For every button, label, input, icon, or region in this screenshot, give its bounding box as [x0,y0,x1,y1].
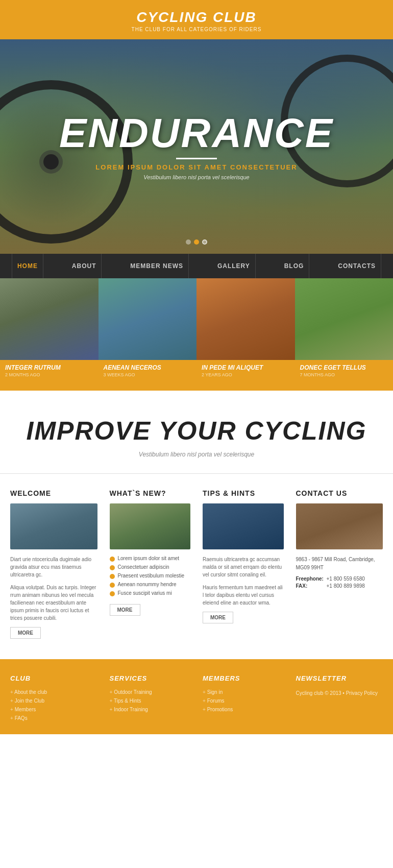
nav-item-gallery[interactable]: GALLERY [212,254,256,278]
gallery-title-3: IN PEDE MI ALIQUET [202,364,290,371]
footer-club-col: CLUB About the club Join the Club Member… [10,674,104,724]
hero-dot-2[interactable] [194,239,199,245]
welcome-title: WELCOME [10,489,97,497]
gallery-date-3: 2 YEARS AGO [202,372,290,377]
footer-members-link-2[interactable]: Forums [203,698,284,704]
tips-text-1: Raemuis ultricaretra gc accumsan malda o… [203,556,284,578]
hero-section: ENDURANCE LOREM IPSUM DOLOR SIT AMET CON… [0,39,393,254]
contact-freephone-row: Freephone: +1 800 559 6580 [296,576,383,582]
footer-members-link-3[interactable]: Promotions [203,707,284,712]
welcome-text-2: Aliqua volutpat. Duis ac turpis. Integer… [10,584,97,622]
site-title: CYCLING CLUB [0,9,393,26]
gallery-date-1: 2 MONTHS AGO [5,372,93,377]
freephone-label: Freephone: [296,576,327,582]
contact-section: CONTACT US 9863 - 9867 Mill Road, Cambri… [290,489,383,639]
whatsnew-more-button[interactable]: MORE [110,604,140,616]
whatsnew-list: Lorem ipsum dolor sit amet Consectetuer … [110,556,191,596]
gallery-grid: INTEGER RUTRUM 2 MONTHS AGO AENEAN NECER… [0,278,393,391]
hero-pagination [186,239,207,245]
improve-section: IMPROVE YOUR CYCLING Vestibulum libero n… [0,391,393,474]
footer-members-title: MEMBERS [203,674,284,682]
welcome-image [10,503,97,549]
gallery-item-1[interactable]: INTEGER RUTRUM 2 MONTHS AGO [0,278,99,391]
footer-services-link-3[interactable]: Indoor Training [110,707,191,712]
gallery-item-4[interactable]: DONEC EGET TELLUS 7 MONTHS AGO [295,278,394,391]
list-item-4: Aenean nonummy hendre [110,582,191,588]
contact-fax-row: FAX: +1 800 889 9898 [296,583,383,589]
list-item-5: Fusce suscipit varius mi [110,590,191,596]
list-text-3: Praesent vestibulum molestie [118,573,185,578]
fax-value: +1 800 889 9898 [327,583,365,589]
list-dot-3 [110,574,115,579]
gallery-title-2: AENEAN NECEROS [104,364,192,371]
footer-grid: CLUB About the club Join the Club Member… [10,674,383,724]
footer-members-link-1[interactable]: Sign in [203,689,284,695]
footer-newsletter-title: NEWSLETTER [296,674,383,682]
improve-description: Vestibulum libero nisl porta vel sceleri… [10,451,383,458]
nav-item-blog[interactable]: BLOG [279,254,310,278]
hero-dot-1[interactable] [186,239,191,245]
list-item-2: Consectetuer adipiscin [110,564,191,570]
list-item-1: Lorem ipsum dolor sit amet [110,556,191,562]
footer-members-col: MEMBERS Sign in Forums Promotions [196,674,290,724]
gallery-item-3[interactable]: IN PEDE MI ALIQUET 2 YEARS AGO [196,278,295,391]
gallery-caption-2: AENEAN NECEROS 3 WEEKS AGO [99,360,197,391]
welcome-more-button[interactable]: MORE [10,627,41,639]
footer-club-link-1[interactable]: About the club [10,689,97,695]
gallery-caption-4: DONEC EGET TELLUS 7 MONTHS AGO [295,360,394,391]
tips-title: TIPS & HINTS [203,489,284,497]
footer-newsletter-text: Cycling club © 2013 • Privacy Policy [296,689,383,697]
gallery-image-2 [99,278,197,360]
gallery-image-1 [0,278,99,360]
nav-item-about[interactable]: ABOUT [67,254,102,278]
site-tagline: THE CLUB FOR ALL CATEGORIES OF RIDERS [0,27,393,32]
tips-more-button[interactable]: MORE [203,612,233,623]
whatsnew-image [110,503,191,549]
whatsnew-title: WHAT`S NEW? [110,489,191,497]
footer-services-link-2[interactable]: Tips & Hints [110,698,191,704]
whatsnew-section: WHAT`S NEW? Lorem ipsum dolor sit amet C… [104,489,197,639]
hero-subtitle: LOREM IPSUM DOLOR SIT AMET CONSECTETUER [59,163,334,171]
hero-dot-3[interactable] [202,239,207,245]
gallery-item-2[interactable]: AENEAN NECEROS 3 WEEKS AGO [99,278,197,391]
site-header: CYCLING CLUB THE CLUB FOR ALL CATEGORIES… [0,0,393,39]
footer-newsletter-col: NEWSLETTER Cycling club © 2013 • Privacy… [290,674,383,724]
tips-image [203,503,284,549]
footer-services-link-1[interactable]: Outdoor Training [110,689,191,695]
gallery-title-4: DONEC EGET TELLUS [300,364,388,371]
content-sections: WELCOME Diart urie ntocericulla dugimale… [0,474,393,649]
improve-title: IMPROVE YOUR CYCLING [10,416,383,446]
welcome-section: WELCOME Diart urie ntocericulla dugimale… [10,489,104,639]
hero-content: ENDURANCE LOREM IPSUM DOLOR SIT AMET CON… [59,113,334,180]
list-dot-1 [110,557,115,562]
footer-services-col: SERVICES Outdoor Training Tips & Hints I… [104,674,197,724]
nav-item-contacts[interactable]: CONTACTS [333,254,381,278]
contact-image [296,503,383,549]
tips-text-2: Hauris fermentum tum maedreet ali l telo… [203,584,284,607]
list-item-3: Praesent vestibulum molestie [110,573,191,579]
fax-label: FAX: [296,583,327,589]
hero-description: Vestibulum libero nisl porta vel sceleri… [59,174,334,180]
gallery-image-3 [196,278,295,360]
contact-address: 9863 - 9867 Mill Road, Cambridge, MG09 9… [296,556,383,572]
gallery-date-4: 7 MONTHS AGO [300,372,388,377]
gallery-caption-1: INTEGER RUTRUM 2 MONTHS AGO [0,360,99,391]
nav-item-member-news[interactable]: MEMBER NEWS [125,254,189,278]
footer-club-link-3[interactable]: Members [10,707,97,712]
hero-title: ENDURANCE [59,113,334,154]
gallery-date-2: 3 WEEKS AGO [104,372,192,377]
gallery-caption-3: IN PEDE MI ALIQUET 2 YEARS AGO [196,360,295,391]
footer-services-title: SERVICES [110,674,191,682]
main-navigation: HOME ABOUT MEMBER NEWS GALLERY BLOG CONT… [0,254,393,278]
list-dot-4 [110,583,115,588]
gallery-image-4 [295,278,394,360]
nav-item-home[interactable]: HOME [12,254,43,278]
list-text-5: Fusce suscipit varius mi [118,590,172,596]
tips-section: TIPS & HINTS Raemuis ultricaretra gc acc… [196,489,290,639]
footer-club-link-2[interactable]: Join the Club [10,698,97,704]
freephone-value: +1 800 559 6580 [327,576,365,582]
list-dot-2 [110,565,115,570]
footer-club-title: CLUB [10,674,97,682]
gallery-title-1: INTEGER RUTRUM [5,364,93,371]
footer-club-link-4[interactable]: FAQs [10,715,97,721]
